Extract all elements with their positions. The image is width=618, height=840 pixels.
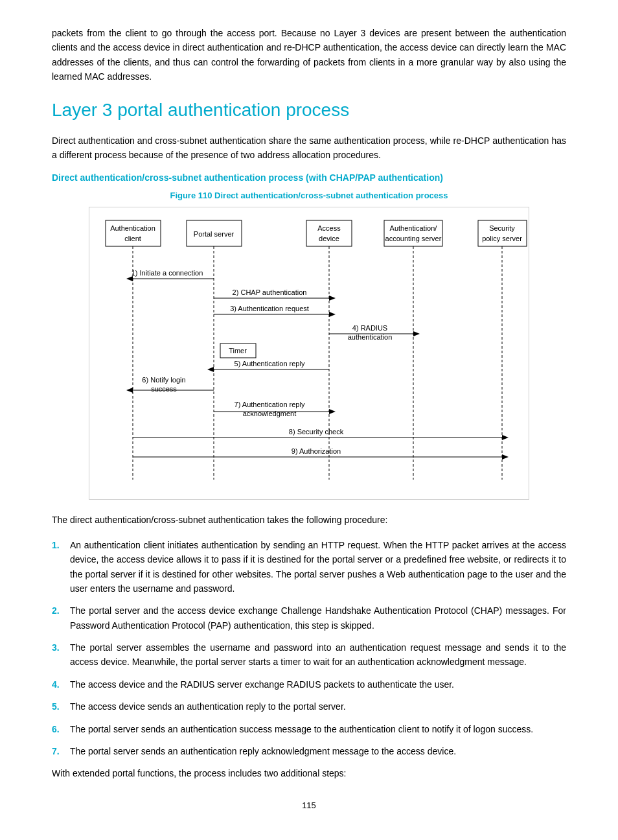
svg-text:Security: Security [489,224,515,232]
svg-text:authentication: authentication [348,333,393,341]
svg-text:9) Authorization: 9) Authorization [292,447,341,455]
step-content: The portal server sends an authenticatio… [70,744,566,758]
step-content: The portal server sends an authenticatio… [70,722,566,736]
list-item: 4.The access device and the RADIUS serve… [52,677,566,692]
svg-text:policy server: policy server [482,235,522,242]
svg-text:client: client [124,235,141,242]
step-number: 2. [52,603,70,618]
svg-text:acknowledgment: acknowledgment [243,410,297,417]
section-title: Layer 3 portal authentication process [52,100,566,121]
list-item: 7.The portal server sends an authenticat… [52,744,566,758]
footer-text: With extended portal functions, the proc… [52,766,566,780]
step-number: 4. [52,677,70,692]
step-content: An authentication client initiates authe… [70,538,566,596]
svg-marker-35 [207,367,214,372]
list-item: 1.An authentication client initiates aut… [52,538,566,596]
list-item: 2.The portal server and the access devic… [52,603,566,633]
section-body: Direct authentication and cross-subnet a… [52,134,566,163]
svg-text:1) Initiate a connection: 1) Initiate a connection [132,269,203,277]
step-number: 1. [52,538,70,552]
sequence-diagram: Authentication client Portal server Acce… [96,214,536,493]
svg-text:success: success [151,385,177,393]
step-content: The access device and the RADIUS server … [70,677,566,692]
svg-marker-26 [329,312,336,317]
step-number: 5. [52,699,70,714]
subsection-title: Direct authentication/cross-subnet authe… [52,172,566,183]
svg-marker-23 [329,296,336,301]
svg-text:Authentication/: Authentication/ [390,224,438,232]
step-number: 6. [52,722,70,736]
step-content: The portal server assembles the username… [70,640,566,670]
svg-text:2) CHAP authentication: 2) CHAP authentication [233,288,307,296]
svg-text:Portal server: Portal server [194,230,235,238]
svg-text:3) Authentication request: 3) Authentication request [230,305,309,312]
diagram-container: Authentication client Portal server Acce… [89,207,529,500]
svg-text:accounting server: accounting server [385,235,442,242]
svg-marker-38 [126,388,133,393]
svg-text:Authentication: Authentication [110,224,155,232]
procedure-intro: The direct authentication/cross-subnet a… [52,513,566,527]
svg-marker-46 [502,435,509,440]
step-number: 3. [52,640,70,655]
step-number: 7. [52,744,70,758]
svg-marker-42 [329,409,336,414]
svg-text:6) Notify  login: 6) Notify login [142,376,185,384]
svg-marker-29 [413,331,420,336]
list-item: 6.The portal server sends an authenticat… [52,722,566,736]
steps-list: 1.An authentication client initiates aut… [52,538,566,759]
svg-text:device: device [319,235,339,242]
svg-text:Access: Access [317,224,341,232]
svg-marker-20 [126,276,133,281]
svg-text:4) RADIUS: 4) RADIUS [352,324,387,332]
list-item: 3.The portal server assembles the userna… [52,640,566,670]
svg-text:Timer: Timer [229,347,247,355]
svg-text:7) Authentication reply: 7) Authentication reply [235,401,305,408]
svg-text:8) Security check: 8) Security check [289,428,344,436]
list-item: 5.The access device sends an authenticat… [52,699,566,714]
svg-marker-49 [502,454,509,460]
step-content: The access device sends an authenticatio… [70,699,566,714]
figure-caption: Figure 110 Direct authentication/cross-s… [52,191,566,200]
step-content: The portal server and the access device … [70,603,566,633]
svg-text:5) Authentication reply: 5) Authentication reply [235,360,305,368]
page-number: 115 [52,800,566,810]
intro-paragraph: packets from the client to go through th… [52,26,566,84]
